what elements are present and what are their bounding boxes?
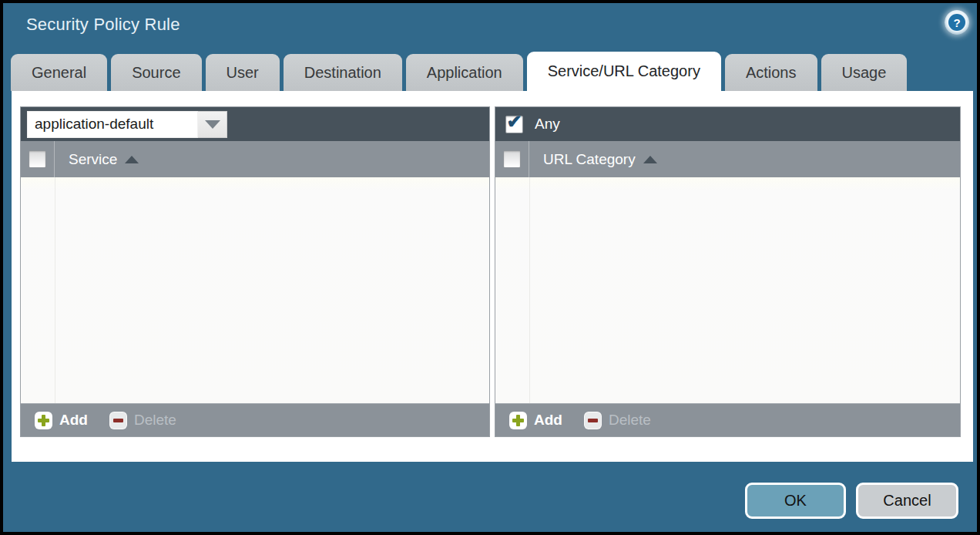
tab-actions[interactable]: Actions (725, 54, 817, 91)
sort-ascending-icon[interactable] (125, 156, 139, 163)
tab-bar: General Source User Destination Applicat… (11, 54, 969, 91)
tab-content: application-default Service (12, 91, 973, 462)
tab-application[interactable]: Application (406, 54, 523, 91)
help-icon[interactable]: ? (945, 10, 969, 35)
url-category-toolbar: ✔ Any (495, 107, 960, 141)
help-icon-glyph: ? (948, 14, 965, 31)
tab-source[interactable]: Source (111, 54, 201, 91)
delete-minus-icon (109, 412, 127, 429)
column-divider (529, 177, 530, 403)
service-type-dropdown-button[interactable] (198, 111, 227, 138)
delete-button-label: Delete (609, 412, 651, 429)
any-checkbox[interactable]: ✔ (505, 116, 523, 133)
service-column-header: Service (69, 151, 117, 168)
url-category-delete-button[interactable]: Delete (584, 412, 651, 429)
checkmark-icon: ✔ (506, 113, 522, 131)
titlebar: Security Policy Rule ? (3, 3, 977, 51)
service-toolbar: application-default (21, 107, 489, 141)
url-category-select-all-checkbox[interactable] (503, 150, 521, 168)
ok-button[interactable]: OK (745, 483, 846, 519)
chevron-down-icon (205, 120, 220, 129)
service-list[interactable] (21, 177, 489, 403)
column-divider (55, 177, 55, 403)
sort-ascending-icon[interactable] (643, 156, 657, 163)
service-select-all-checkbox[interactable] (29, 150, 46, 168)
tab-service-url-category[interactable]: Service/URL Category (527, 52, 721, 91)
delete-button-label: Delete (134, 412, 176, 429)
service-delete-button[interactable]: Delete (109, 412, 176, 429)
add-button-label: Add (59, 412, 88, 429)
tab-destination[interactable]: Destination (284, 54, 402, 91)
url-category-add-button[interactable]: Add (509, 412, 562, 429)
any-row: ✔ Any (502, 116, 560, 133)
delete-minus-icon (584, 412, 602, 429)
tab-user[interactable]: User (206, 54, 280, 91)
add-button-label: Add (534, 412, 562, 429)
tab-general[interactable]: General (11, 54, 107, 91)
add-plus-icon (509, 412, 527, 429)
url-category-column-header: URL Category (543, 151, 636, 168)
service-add-button[interactable]: Add (35, 412, 88, 429)
security-policy-rule-dialog: Security Policy Rule ? General Source Us… (0, 0, 980, 535)
service-column-header-row: Service (21, 141, 489, 177)
url-category-footer: Add Delete (495, 403, 960, 436)
tab-usage[interactable]: Usage (821, 54, 908, 91)
service-type-dropdown-value[interactable]: application-default (27, 111, 198, 138)
service-header-checkbox-cell (21, 141, 55, 177)
url-category-panel: ✔ Any URL Category (495, 106, 961, 437)
url-category-list[interactable] (495, 177, 960, 403)
dialog-title: Security Policy Rule (26, 15, 180, 35)
any-label: Any (535, 116, 560, 133)
service-footer: Add Delete (21, 403, 489, 436)
service-type-dropdown[interactable]: application-default (27, 111, 227, 138)
url-category-column-header-row: URL Category (495, 141, 960, 177)
add-plus-icon (35, 412, 52, 429)
url-category-header-checkbox-cell (495, 141, 529, 177)
service-panel: application-default Service (20, 106, 490, 437)
cancel-button[interactable]: Cancel (856, 483, 958, 519)
